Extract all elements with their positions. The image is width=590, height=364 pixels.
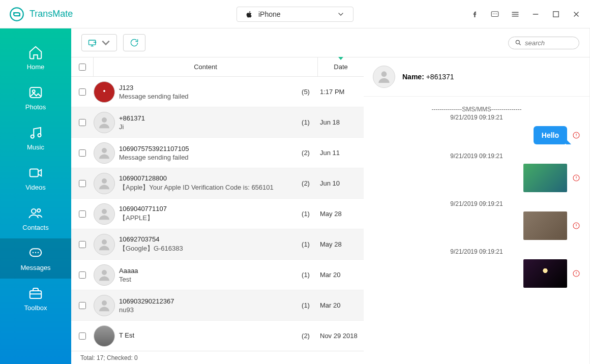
minimize-icon[interactable] [531,10,540,19]
sidebar-item-label: Videos [25,184,46,191]
conversation-body[interactable]: ---------------SMS/MMS--------------- 9/… [364,97,589,364]
column-header-content[interactable]: Content [94,57,318,76]
image-attachment[interactable] [523,259,567,288]
avatar [94,234,115,255]
avatar [94,203,115,225]
row-preview: 【Google】G-616383 [119,244,293,253]
sidebar-item-contacts[interactable]: Contacts [0,198,71,238]
row-checkbox[interactable] [71,210,94,218]
row-text: +861371Ji [119,114,293,131]
toolbox-icon [28,286,43,301]
row-checkbox[interactable] [71,332,94,340]
svg-rect-5 [553,11,559,17]
chevron-down-icon [337,10,345,18]
sidebar-item-music[interactable]: Music [0,118,71,158]
sidebar-item-toolbox[interactable]: Toolbox [0,279,71,319]
row-text: 1069040771107【APPLE】 [119,205,293,223]
svg-point-12 [37,209,40,212]
message-list[interactable]: J123Message sending failed(5)1:17 PM+861… [71,77,364,351]
message-row[interactable]: 1069040771107【APPLE】(1)May 28 [71,199,364,229]
avatar [94,173,115,194]
svg-point-16 [38,252,39,254]
row-preview: nu93 [119,306,293,314]
row-count: (2) [293,149,318,157]
search-box[interactable] [508,37,579,49]
close-icon[interactable] [572,10,581,19]
row-date: Jun 11 [318,149,364,157]
message-row[interactable]: T Est(2)Nov 29 2018 [71,321,364,351]
row-checkbox[interactable] [71,241,94,248]
svg-point-14 [33,252,34,254]
message-row [373,259,580,288]
send-failed-icon[interactable] [572,131,580,139]
maximize-icon[interactable] [551,10,560,19]
videos-icon [28,165,43,180]
row-date: Mar 20 [318,301,364,309]
svg-rect-6 [30,87,42,98]
svg-point-7 [33,90,35,93]
message-row[interactable]: J123Message sending failed(5)1:17 PM [71,77,364,107]
apple-icon [245,10,253,18]
row-checkbox[interactable] [71,119,94,126]
row-title: 106903290212367 [119,297,293,305]
row-checkbox[interactable] [71,302,94,309]
message-bubble: Hello [534,126,567,144]
feedback-icon[interactable] [490,10,499,19]
sidebar-item-home[interactable]: Home [0,38,71,78]
row-checkbox[interactable] [71,88,94,96]
svg-point-2 [493,13,494,14]
image-attachment[interactable] [523,164,567,192]
message-timestamp: 9/21/2019 09:19:21 [373,114,580,121]
device-selector[interactable]: iPhone [237,7,353,22]
message-row[interactable]: 1069007128800【Apple】Your Apple ID Verifi… [71,168,364,199]
search-icon [515,39,522,46]
send-failed-icon[interactable] [572,174,580,182]
row-count: (1) [293,301,318,309]
avatar [94,112,115,133]
search-input[interactable] [525,39,571,47]
select-all-checkbox[interactable] [71,57,94,76]
sidebar-item-messages[interactable]: Messages [0,238,71,279]
send-failed-icon[interactable] [572,222,580,230]
message-row[interactable]: 106903290212367nu93(1)Mar 20 [71,290,364,321]
contact-name: Name: +861371 [402,73,454,81]
row-count: (1) [293,240,318,248]
svg-point-23 [102,209,107,214]
app-logo-icon [9,7,24,22]
music-icon [28,125,43,140]
export-icon [87,38,98,48]
row-text: 1069075753921107105Message sending faile… [119,145,293,161]
sidebar-item-videos[interactable]: Videos [0,158,71,198]
row-title: 10692703754 [119,235,293,243]
row-preview: Test [119,276,293,283]
refresh-icon [129,38,140,48]
home-icon [28,45,43,60]
refresh-button[interactable] [123,34,145,51]
row-title: 1069040771107 [119,205,293,213]
menu-icon[interactable] [511,10,520,19]
svg-point-26 [102,300,107,306]
avatar [94,325,115,347]
facebook-icon[interactable] [470,10,479,19]
message-row [373,164,580,192]
row-date: May 28 [318,210,364,218]
detail-header: Name: +861371 [364,57,589,97]
sidebar-item-label: Toolbox [24,304,47,312]
sidebar-item-photos[interactable]: Photos [0,78,71,118]
image-attachment[interactable] [523,211,567,240]
column-header-date[interactable]: Date [318,57,364,76]
message-row[interactable]: 10692703754【Google】G-616383(1)May 28 [71,229,364,260]
row-checkbox[interactable] [71,180,94,187]
send-failed-icon[interactable] [572,269,580,278]
avatar [94,81,115,103]
message-row[interactable]: 1069075753921107105Message sending faile… [71,138,364,168]
row-checkbox[interactable] [71,271,94,279]
message-row[interactable]: AaaaaTest(1)Mar 20 [71,260,364,290]
export-button[interactable] [81,34,117,51]
app-logo-wrap: TransMate [9,7,73,22]
row-checkbox[interactable] [71,149,94,157]
row-text: T Est [119,331,293,340]
svg-point-22 [102,178,107,184]
message-row[interactable]: +861371Ji(1)Jun 18 [71,107,364,138]
svg-point-3 [494,13,495,14]
